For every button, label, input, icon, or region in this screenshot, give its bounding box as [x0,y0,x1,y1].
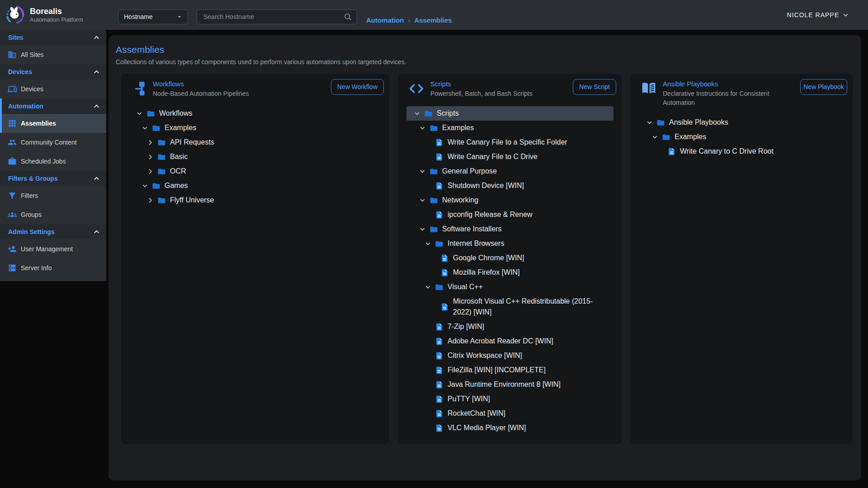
building-icon [8,50,17,59]
tree-folder-workflows[interactable]: Workflows [129,106,381,121]
section-label: Sites [8,34,23,41]
chevron-down-icon[interactable] [425,240,431,247]
tree-folder-general-purpose[interactable]: General Purpose [406,164,613,178]
breadcrumb-assemblies[interactable]: Assemblies [414,16,452,24]
sidebar-item-community-content[interactable]: Community Content [0,133,106,152]
tree-item-label: 7-Zip [WIN] [448,319,495,334]
chevron-down-icon[interactable] [136,110,143,117]
tree-file-java-runtime-environment-8-win[interactable]: Java Runtime Environment 8 [WIN] [406,377,613,392]
chevron-down-icon[interactable] [646,119,653,126]
tree-folder-examples[interactable]: Examples [129,121,381,135]
tree-workflows: WorkflowsExamplesAPI RequestsBasicOCRGam… [121,102,389,215]
tree-folder-ocr[interactable]: OCR [129,164,381,178]
grid-icon [8,119,17,128]
sidebar-item-groups[interactable]: Groups [0,205,106,224]
chevron-down-icon[interactable] [142,183,148,189]
sidebar-item-filters[interactable]: Filters [0,186,106,205]
sidebar-item-scheduled-jobs[interactable]: Scheduled Jobs [0,152,106,171]
card-title-scripts[interactable]: Scripts [430,79,533,89]
folder-icon [435,283,443,291]
tree-file-putty-win[interactable]: PuTTY [WIN] [406,392,613,406]
tree-folder-games[interactable]: Games [129,178,381,193]
tree-folder-software-installers[interactable]: Software Installers [406,222,613,236]
sidebar-item-server-info[interactable]: Server Info [0,258,106,277]
search-icon[interactable] [343,12,352,21]
tree-file-vlc-media-player-win[interactable]: VLC Media Player [WIN] [406,421,613,435]
tree-item-label: Software Installers [442,222,513,236]
file-icon [435,153,443,161]
breadcrumb-automation[interactable]: Automation [366,16,404,24]
tree-folder-visual-c[interactable]: Visual C++ [406,280,613,294]
tree-folder-scripts[interactable]: Scripts [406,106,613,121]
tree-file-ipconfig-release-renew[interactable]: ipconfig Release & Renew [406,207,613,222]
user-menu[interactable]: NICOLE RAPPE [787,11,849,19]
search-input[interactable] [203,13,343,21]
sidebar-item-assemblies[interactable]: Assemblies [0,114,106,133]
tree-folder-internet-browsers[interactable]: Internet Browsers [406,236,613,251]
tree-folder-api-requests[interactable]: API Requests [129,135,381,150]
tree-file-shutdown-device-win[interactable]: Shutdown Device [WIN] [406,178,613,193]
file-icon [435,409,443,418]
section-header-filters-groups[interactable]: Filters & Groups [0,171,106,186]
folder-icon [157,167,166,176]
tree-item-label: FileZilla [WIN] [INCOMPLETE] [448,363,557,377]
server-icon [8,263,17,272]
new-playbook-button[interactable]: New Playbook [800,79,847,95]
chevron-down-icon[interactable] [419,197,426,204]
section-header-sites[interactable]: Sites [0,30,106,45]
tree-folder-flyff-universe[interactable]: Flyff Universe [129,193,381,207]
hostname-select[interactable]: Hostname [118,9,188,24]
code-icon [408,80,425,97]
sidebar-item-all-sites[interactable]: All Sites [0,45,106,64]
tree-folder-basic[interactable]: Basic [129,150,381,164]
tree-file-mozilla-firefox-win[interactable]: Mozilla Firefox [WIN] [406,265,613,280]
tree-file-write-canary-file-to-c-drive[interactable]: Write Canary File to C Drive [406,150,613,164]
card-title-workflows[interactable]: Workflows [153,79,249,89]
page-subtitle: Collections of various types of componen… [116,58,861,66]
topbar: Borealis Automation Platform Hostname Au… [0,0,868,30]
new-workflow-button[interactable]: New Workflow [331,79,384,95]
tree-file-microsoft-visual-c-redistributable-2015-2022-win[interactable]: Microsoft Visual C++ Redistributable (20… [406,294,613,319]
tree-file-filezilla-win-incomplete[interactable]: FileZilla [WIN] [INCOMPLETE] [406,363,613,377]
card-subtitle: Declarative Instructions for Consistent … [663,89,800,107]
tree-file-citrix-workspace-win[interactable]: Citrix Workspace [WIN] [406,348,613,363]
chevron-down-icon[interactable] [142,125,148,131]
chevron-right-icon[interactable] [147,154,154,160]
tree-item-label: Examples [675,130,717,144]
sidebar-item-user-management[interactable]: User Management [0,239,106,258]
chevron-right-icon[interactable] [147,168,154,175]
tree-folder-ansible-playbooks[interactable]: Ansible Playbooks [639,115,844,130]
tree-folder-examples[interactable]: Examples [406,121,613,135]
card-header: ScriptsPowershell, Batch, and Bash Scrip… [398,74,622,102]
section-header-devices[interactable]: Devices [0,64,106,80]
chevron-down-icon[interactable] [651,134,658,141]
section-header-automation[interactable]: Automation [0,99,106,114]
sidebar-item-devices[interactable]: Devices [0,80,106,99]
chevron-up-icon [93,69,100,75]
tree-file-google-chrome-win[interactable]: Google Chrome [WIN] [406,251,613,265]
brand-name: Borealis [30,7,83,16]
new-script-button[interactable]: New Script [573,79,616,95]
tree-item-label: Ansible Playbooks [669,115,739,130]
tree-file-write-canary-file-to-a-specific-folder[interactable]: Write Canary File to a Specific Folder [406,135,613,150]
chevron-down-icon [842,12,849,19]
file-icon [435,352,443,360]
tree-file-7-zip-win[interactable]: 7-Zip [WIN] [406,319,613,334]
tree-file-rocketchat-win[interactable]: RocketChat [WIN] [406,406,613,421]
card-title-ansible-playbooks[interactable]: Ansible Playbooks [663,79,800,89]
section-header-admin-settings[interactable]: Admin Settings [0,224,106,239]
chevron-down-icon[interactable] [419,125,426,131]
chevron-right-icon[interactable] [147,139,154,146]
tree-folder-networking[interactable]: Networking [406,193,613,207]
tree-file-write-canary-to-c-drive-root[interactable]: Write Canary to C Drive Root [639,144,844,159]
chevron-right-icon[interactable] [147,197,154,204]
chevron-down-icon[interactable] [414,110,420,117]
chevron-down-icon[interactable] [425,284,431,291]
chevron-down-icon[interactable] [419,168,426,175]
tree-file-adobe-acrobat-reader-dc-win[interactable]: Adobe Acrobat Reader DC [WIN] [406,334,613,348]
sidebar-item-label: All Sites [21,51,44,58]
sidebar-section-filters-groups: Filters & GroupsFiltersGroups [0,171,106,224]
chevron-down-icon[interactable] [419,226,426,233]
card-scripts: ScriptsPowershell, Batch, and Bash Scrip… [398,74,622,444]
tree-folder-examples[interactable]: Examples [639,130,844,144]
